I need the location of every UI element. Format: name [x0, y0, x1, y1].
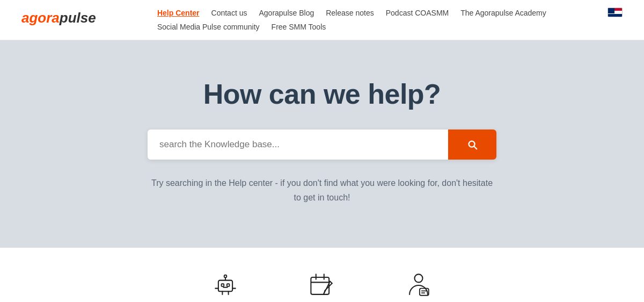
nav-smm-tools[interactable]: Free SMM Tools — [272, 21, 326, 32]
nav-podcast[interactable]: Podcast COASMM — [386, 8, 449, 18]
svg-rect-0 — [218, 281, 232, 292]
logo-pulse: pulse — [60, 10, 96, 26]
logo-agora: agora — [21, 10, 60, 26]
svg-point-4 — [224, 275, 227, 278]
automation-icon — [209, 269, 241, 301]
logo[interactable]: agora pulse — [21, 10, 96, 26]
header: agora pulse Help Center Contact us Agora… — [0, 0, 644, 40]
search-icon — [466, 139, 478, 150]
language-flag[interactable] — [608, 8, 623, 17]
svg-rect-1 — [222, 284, 224, 287]
nav-row-1: Help Center Contact us Agorapulse Blog R… — [157, 8, 546, 18]
nav-help-center[interactable]: Help Center — [157, 8, 200, 18]
hero-section: How can we help? Try searching in the He… — [0, 40, 644, 248]
svg-point-18 — [415, 275, 423, 283]
search-button[interactable] — [448, 130, 496, 160]
nav-release-notes[interactable]: Release notes — [326, 8, 374, 18]
nav-contact-us[interactable]: Contact us — [211, 8, 247, 18]
svg-rect-10 — [311, 277, 329, 294]
nav-wrapper: Help Center Contact us Agorapulse Blog R… — [157, 8, 546, 32]
hero-title: How can we help? — [203, 78, 441, 110]
svg-rect-2 — [227, 284, 230, 287]
inbox-icon — [402, 269, 435, 301]
icon-item-robot — [209, 269, 241, 301]
search-container — [148, 130, 496, 160]
search-input[interactable] — [148, 130, 448, 160]
nav-row-2: Social Media Pulse community Free SMM To… — [157, 21, 326, 32]
icon-item-calendar — [306, 269, 338, 301]
icon-item-inbox — [402, 269, 435, 301]
nav-community[interactable]: Social Media Pulse community — [157, 21, 260, 32]
nav-academy[interactable]: The Agorapulse Academy — [460, 8, 546, 18]
hero-subtext: Try searching in the Help center - if yo… — [150, 176, 494, 205]
calendar-icon — [306, 269, 338, 301]
icons-section — [0, 248, 644, 302]
nav-blog[interactable]: Agorapulse Blog — [259, 8, 314, 18]
